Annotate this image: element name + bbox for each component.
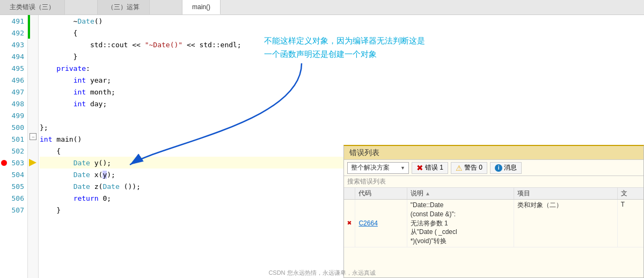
error-panel: 错误列表 整个解决方案 ▼ ✖ 错误 1 ⚠ 警告 0 i 消息 搜索错误列表 [343,145,644,278]
code-492: { [40,27,644,39]
gutter-col: − [28,15,39,278]
ln-499: 499 [0,109,27,121]
error-file-cell: T [617,200,643,247]
error-table: 代码 说明 ▲ 项目 文 ✖ [344,188,643,247]
ln-501: 501 [0,133,27,145]
ln-503: 503 [0,157,27,169]
search-row: 搜索错误列表 [344,176,643,188]
code-491: ~Date() [40,15,644,27]
error-row-1: ✖ C2664 "Date::Date(const Date &)":无法将参数… [344,200,643,247]
ln-493: 493 [0,39,27,50]
code-501: int main() [40,133,644,145]
ln-496: 496 [0,74,27,86]
code-493: std::cout << "~Date()" << std::endl; [40,39,644,50]
col-icon [344,188,355,200]
ln-495: 495 [0,62,27,74]
ln-498: 498 [0,98,27,109]
code-495: private: [40,62,644,74]
error-icon-cell: ✖ [344,200,355,247]
green-bar-491-492 [28,15,30,39]
current-line-indicator [28,157,38,169]
scope-dropdown[interactable]: 整个解决方案 ▼ [347,162,409,174]
error-panel-title: 错误列表 [344,146,643,160]
info-filter-btn[interactable]: i 消息 [490,162,522,174]
warning-triangle-icon: ⚠ [456,164,463,172]
code-497: int month; [40,86,644,98]
tab-main-class-error[interactable]: 主类错误（三） [0,0,65,14]
ln-492: 492 [0,27,27,39]
error-filter-btn[interactable]: ✖ 错误 1 [412,162,448,174]
tab-main[interactable]: main() [182,0,221,14]
code-500: }; [40,121,644,133]
code-499 [40,109,644,121]
ln-504: 504 [0,169,27,180]
ln-505: 505 [0,180,27,192]
ln-491: 491 [0,15,27,27]
error-panel-toolbar: 整个解决方案 ▼ ✖ 错误 1 ⚠ 警告 0 i 消息 [344,160,643,176]
code-496: int year; [40,74,644,86]
ln-494: 494 [0,50,27,62]
top-tab-bar: 主类错误（三） （三）运算 main() [0,0,644,15]
dropdown-arrow-icon: ▼ [400,165,405,171]
col-file: 文 [617,188,643,200]
error-code-cell[interactable]: C2664 [355,200,407,247]
error-desc-cell: "Date::Date(const Date &)":无法将参数 1从"Date… [407,200,514,247]
col-project: 项目 [514,188,617,200]
col-desc: 说明 ▲ [407,188,514,200]
ln-500: 500 [0,121,27,133]
error-row-icon: ✖ [347,219,352,228]
tab-empty-1[interactable] [65,0,98,14]
watermark: CSDN 您永远热情，永远谦卑，永远真诚 [268,269,375,277]
info-circle-icon: i [495,164,502,172]
collapse-501[interactable]: − [30,133,36,140]
code-498: int day; [40,98,644,109]
line-number-col: 491 492 493 494 495 496 497 498 499 500 … [0,15,28,278]
ln-502: 502 [0,145,27,157]
code-494: } [40,50,644,62]
tab-operations[interactable]: （三）运算 [98,0,150,14]
ln-497: 497 [0,86,27,98]
error-project-cell: 类和对象（二） [514,200,617,247]
tab-empty-2[interactable] [150,0,182,14]
warning-filter-btn[interactable]: ⚠ 警告 0 [451,162,487,174]
error-table-container[interactable]: 代码 说明 ▲ 项目 文 ✖ [344,188,643,278]
ln-507: 507 [0,204,27,216]
error-circle-icon: ✖ [416,164,423,172]
col-code: 代码 [355,188,407,200]
ln-506: 506 [0,192,27,204]
